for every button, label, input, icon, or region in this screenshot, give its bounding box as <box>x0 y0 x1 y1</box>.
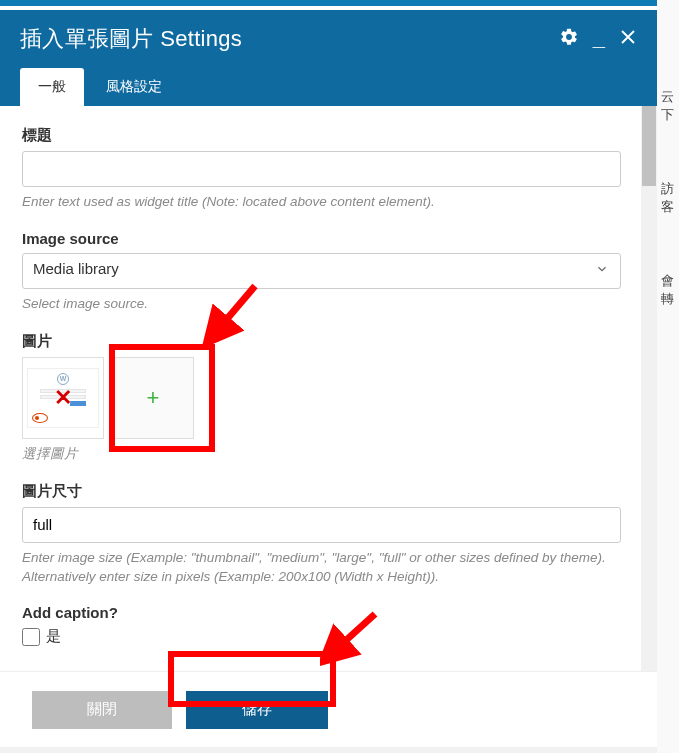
modal-title: 插入單張圖片 Settings <box>20 24 242 54</box>
annotation-arrow-1 <box>200 278 270 348</box>
tabs: 一般 風格設定 <box>20 68 637 106</box>
add-image-button[interactable]: + <box>112 357 194 439</box>
caption-option: 是 <box>46 627 61 646</box>
annotation-arrow-2 <box>320 608 390 668</box>
source-hint: Select image source. <box>22 295 621 314</box>
title-label: 標題 <box>22 126 621 145</box>
selected-image-thumb[interactable]: ✕ <box>22 357 104 439</box>
tab-general[interactable]: 一般 <box>20 68 84 106</box>
save-button[interactable]: 儲存 <box>186 691 328 729</box>
minimize-icon[interactable]: _ <box>593 25 605 53</box>
size-input[interactable] <box>22 507 621 543</box>
modal-body: 標題 Enter text used as widget title (Note… <box>0 106 657 671</box>
size-hint: Enter image size (Example: "thumbnail", … <box>22 549 621 587</box>
image-label: 圖片 <box>22 332 621 351</box>
title-input[interactable] <box>22 151 621 187</box>
svg-line-3 <box>332 614 375 653</box>
tab-style[interactable]: 風格設定 <box>88 68 180 106</box>
scrollbar-thumb[interactable] <box>642 106 656 186</box>
background-sidebar: 云下 訪客 會轉 <box>657 0 679 753</box>
title-hint: Enter text used as widget title (Note: l… <box>22 193 621 212</box>
image-hint: 選擇圖片 <box>22 445 621 464</box>
close-icon[interactable] <box>619 28 637 50</box>
plus-icon: + <box>147 385 160 411</box>
close-button[interactable]: 關閉 <box>32 691 172 729</box>
scrollbar-track[interactable] <box>641 106 657 671</box>
source-label: Image source <box>22 230 621 247</box>
remove-image-icon[interactable]: ✕ <box>54 385 72 411</box>
size-label: 圖片尺寸 <box>22 482 621 501</box>
caption-checkbox[interactable] <box>22 628 40 646</box>
gear-icon[interactable] <box>559 27 579 51</box>
modal-footer: 關閉 儲存 <box>0 671 657 747</box>
svg-line-1 <box>215 286 255 333</box>
source-select[interactable]: Media library <box>22 253 621 289</box>
modal-header: 插入單張圖片 Settings _ 一般 風格設定 <box>0 10 657 106</box>
